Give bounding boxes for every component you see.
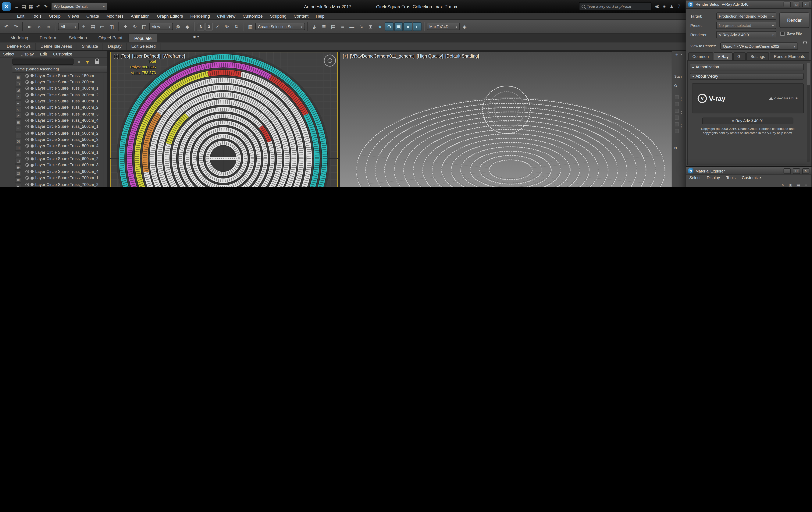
layer-color-icon[interactable]	[30, 81, 33, 84]
select-by-name-icon[interactable]: ▤	[89, 22, 97, 31]
layer-row[interactable]: Layer:Circle Suare Truss_400cm_2	[24, 105, 104, 111]
select-all-icon[interactable]: ▦	[15, 75, 21, 80]
spinner-icon[interactable]: ▴▾	[679, 110, 684, 115]
layer-color-icon[interactable]	[30, 144, 33, 147]
layer-row[interactable]: Layer:Circle Suare Truss_400cm_3	[24, 111, 104, 117]
renderer-dropdown[interactable]: V-Ray Adv 3.40.01	[716, 31, 776, 38]
maxtoc4d-dropdown[interactable]: MaxToC4D	[427, 23, 460, 30]
display-helpers-icon[interactable]: +	[15, 126, 21, 132]
visibility-toggle-icon[interactable]	[25, 87, 29, 90]
authorization-rollout[interactable]: ▸ Authorization	[690, 64, 804, 70]
plugin-icon[interactable]: ◈	[460, 22, 469, 31]
layer-color-icon[interactable]	[30, 151, 33, 154]
layer-color-icon[interactable]	[30, 106, 33, 109]
display-lights-icon[interactable]: ☀	[15, 113, 21, 119]
select-and-link-icon[interactable]: ∞	[25, 22, 34, 31]
viewport-label-segment[interactable]: [Top]	[120, 53, 130, 58]
angle-snap-icon[interactable]: ∠	[213, 22, 222, 31]
render-setup-tab[interactable]: GI	[733, 52, 746, 60]
scrollbar-thumb[interactable]	[807, 63, 810, 85]
render-setup-titlebar[interactable]: 3 Render Setup: V-Ray Adv 3.40... – □ ×	[686, 1, 811, 9]
visibility-toggle-icon[interactable]	[25, 99, 29, 103]
layer-row[interactable]: Layer:Circle Suare Truss_500cm_1	[24, 124, 104, 130]
display-groups-icon[interactable]: ▧	[15, 139, 21, 144]
explorer-search-input[interactable]	[12, 58, 74, 65]
visibility-toggle-icon[interactable]	[25, 176, 29, 180]
display-shapes-icon[interactable]: ○	[15, 107, 21, 112]
rectangular-selection-icon[interactable]: ▭	[98, 22, 107, 31]
layer-color-icon[interactable]	[30, 74, 33, 77]
layer-color-icon[interactable]	[30, 93, 33, 96]
explorer-menu-item[interactable]: Edit	[37, 52, 50, 56]
layer-color-icon[interactable]	[30, 100, 33, 103]
viewport-label-segment[interactable]: [User Defined]	[132, 53, 161, 58]
ribbon-minimize-icon[interactable]: ▾	[197, 35, 199, 39]
menu-item[interactable]: Civil View	[213, 13, 239, 20]
render-setup-tab[interactable]: Settings	[746, 52, 769, 60]
visibility-toggle-icon[interactable]	[25, 106, 29, 109]
search-input[interactable]	[587, 4, 649, 9]
layer-color-icon[interactable]	[30, 87, 33, 90]
render-setup-scrollbar[interactable]	[807, 63, 810, 162]
display-cameras-icon[interactable]: ▣	[15, 119, 21, 125]
menu-item[interactable]: Graph Editors	[153, 13, 186, 20]
community-icon[interactable]: ◈	[661, 2, 668, 10]
layer-row[interactable]: Layer:Circle Suare Truss_700cm_2	[24, 181, 104, 187]
workspace-dropdown[interactable]: Workspace: Default	[51, 3, 107, 10]
ribbon-item[interactable]: Edit Selected	[127, 43, 161, 50]
unlink-selection-icon[interactable]: ⌀	[35, 22, 44, 31]
panel-button[interactable]	[675, 109, 679, 113]
named-selection-set-dropdown[interactable]: Create Selection Set	[255, 23, 305, 30]
visibility-toggle-icon[interactable]	[25, 150, 29, 154]
render-setup-tab[interactable]: V-Ray	[713, 52, 733, 60]
ribbon-tab[interactable]: Modeling	[5, 34, 33, 42]
layer-color-icon[interactable]	[30, 132, 33, 135]
toggle-layer-explorer-icon[interactable]: ≡	[338, 22, 347, 31]
layer-color-icon[interactable]	[30, 157, 33, 160]
visibility-toggle-icon[interactable]	[25, 112, 29, 116]
display-containers-icon[interactable]: ◫	[15, 158, 21, 164]
visibility-toggle-icon[interactable]	[25, 170, 29, 173]
layer-color-icon[interactable]	[30, 112, 33, 115]
display-materials-icon[interactable]: ◉	[15, 164, 21, 170]
layer-color-icon[interactable]	[30, 138, 33, 141]
layer-color-icon[interactable]	[30, 176, 33, 179]
material-menu-item[interactable]: Display	[704, 175, 723, 180]
layer-row[interactable]: Layer:Circle Suare Truss_300cm_1	[24, 85, 104, 92]
material-editor-icon[interactable]: ●	[376, 22, 384, 31]
display-xrefs-icon[interactable]: ⊞	[15, 145, 21, 151]
spinner-icon[interactable]: ▴▾	[679, 123, 684, 129]
use-center-icon[interactable]: ◎	[173, 22, 182, 31]
undo-icon[interactable]: ↶	[2, 22, 11, 31]
material-explorer-titlebar[interactable]: 3 Material Explorer – □ ×	[686, 167, 811, 175]
layer-row[interactable]: Layer:Circle Suare Truss_700cm_1	[24, 175, 104, 181]
select-and-scale-icon[interactable]: ◱	[140, 22, 148, 31]
visibility-toggle-icon[interactable]	[25, 157, 29, 161]
ribbon-item[interactable]: Simulate	[77, 43, 103, 50]
select-object-icon[interactable]: ⌖	[79, 22, 88, 31]
ribbon-tab[interactable]: Object Paint	[93, 34, 127, 42]
save-file-checkbox[interactable]	[780, 32, 785, 36]
toggle-scene-explorer-icon[interactable]: ▤	[329, 22, 338, 31]
redo-icon[interactable]: ↷	[11, 22, 20, 31]
notifications-icon[interactable]: ▲	[668, 2, 675, 10]
sign-in-icon[interactable]: ◉	[654, 2, 661, 10]
menu-item[interactable]: Content	[290, 13, 312, 20]
layer-row[interactable]: Layer:Circle Suare Truss_400cm_1	[24, 98, 104, 105]
curve-editor-icon[interactable]: ∿	[357, 22, 366, 31]
panel-button[interactable]	[675, 95, 679, 99]
visibility-toggle-icon[interactable]	[25, 182, 29, 186]
display-spacewarps-icon[interactable]: ≈	[15, 132, 21, 138]
lock-cell-editing-icon[interactable]: ▤	[15, 171, 21, 176]
explorer-column-header[interactable]: Name (Sorted Ascending)	[12, 66, 107, 73]
layer-row[interactable]: Layer:Circle Suare Truss_500cm_2	[24, 130, 104, 137]
menu-item[interactable]: Group	[45, 13, 64, 20]
close-icon[interactable]: ×	[802, 168, 809, 174]
select-and-manipulate-icon[interactable]: ◆	[183, 22, 192, 31]
me-list-view-icon[interactable]: ▤	[795, 181, 802, 187]
display-bones-icon[interactable]: ≡	[15, 151, 21, 157]
reference-coordinate-dropdown[interactable]: View	[149, 23, 173, 30]
snap-magnet-icon[interactable]: 3	[205, 23, 213, 30]
layer-row[interactable]: Layer:Circle Suare Truss_300cm_2	[24, 92, 104, 98]
snap-toggle-3d-icon[interactable]: 3	[197, 23, 204, 30]
